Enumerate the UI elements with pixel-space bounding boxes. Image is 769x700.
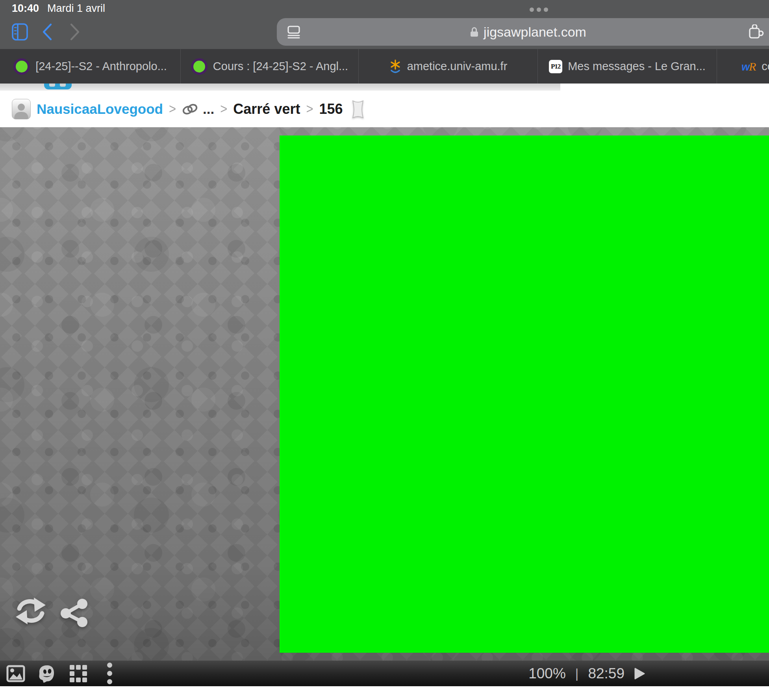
back-chevron-icon bbox=[42, 23, 53, 41]
tab-partial[interactable]: wR co bbox=[717, 49, 769, 84]
puzzle-board[interactable] bbox=[0, 127, 769, 661]
tab-bar: [24-25]--S2 - Anthropolo... Cours : [24-… bbox=[0, 49, 769, 84]
page-settings-button[interactable] bbox=[287, 25, 301, 40]
refresh-icon bbox=[14, 596, 47, 626]
tab-ametice[interactable]: ametice.univ-amu.fr bbox=[359, 49, 538, 84]
link-chain-icon bbox=[182, 103, 198, 115]
cutoff-blue-button[interactable] bbox=[44, 84, 72, 89]
avatar[interactable] bbox=[12, 99, 31, 119]
puzzle-piece-icon bbox=[349, 99, 367, 119]
status-divider: | bbox=[575, 666, 579, 681]
tab-label: Mes messages - Le Gran... bbox=[568, 60, 706, 73]
puzzle-toolbar: 100% | 82:59 bbox=[0, 661, 769, 686]
reader-icon bbox=[287, 25, 301, 39]
breadcrumb-separator: > bbox=[169, 101, 176, 117]
breadcrumb-separator: > bbox=[220, 101, 227, 117]
tab-label: [24-25]--S2 - Anthropolo... bbox=[35, 60, 167, 73]
share-button[interactable] bbox=[59, 598, 89, 629]
clock: 10:40 bbox=[12, 2, 39, 15]
restart-button[interactable] bbox=[14, 596, 47, 628]
arrange-pieces-button[interactable] bbox=[69, 661, 87, 686]
ipad-safari-screen: 10:40 Mardi 1 avril bbox=[0, 0, 769, 700]
tab-cours-anglais[interactable]: Cours : [24-25]-S2 - Angl... bbox=[181, 49, 359, 84]
progress-status: 100% | 82:59 bbox=[528, 661, 645, 686]
green-puzzle-image[interactable] bbox=[280, 136, 769, 653]
grid-icon bbox=[69, 665, 87, 683]
browser-toolbar: jigsawplanet.com bbox=[0, 15, 769, 49]
bottom-white-strip bbox=[0, 686, 769, 700]
wr-favicon-icon: wR bbox=[741, 60, 756, 73]
progress-percent: 100% bbox=[528, 665, 566, 682]
breadcrumb-collapsed-link[interactable]: ... bbox=[203, 101, 214, 117]
url-text: jigsawplanet.com bbox=[484, 24, 586, 40]
tab-label: Cours : [24-25]-S2 - Angl... bbox=[213, 60, 348, 73]
image-icon bbox=[6, 665, 25, 682]
person-icon bbox=[12, 102, 30, 119]
share-icon bbox=[59, 598, 89, 628]
elapsed-time: 82:59 bbox=[588, 665, 624, 682]
forward-chevron-icon bbox=[69, 23, 80, 41]
tab-label: ametice.univ-amu.fr bbox=[407, 60, 508, 73]
ghost-icon bbox=[37, 664, 56, 683]
back-button[interactable] bbox=[39, 15, 56, 49]
breadcrumb-user-link[interactable]: NausicaaLovegood bbox=[37, 101, 163, 117]
status-bar: 10:40 Mardi 1 avril bbox=[0, 0, 769, 15]
ametice-favicon-icon bbox=[389, 59, 402, 74]
breadcrumb-piece-count: 156 bbox=[319, 101, 343, 117]
address-bar[interactable]: jigsawplanet.com bbox=[277, 18, 769, 46]
extensions-button[interactable] bbox=[748, 24, 764, 41]
moodle-favicon-icon bbox=[13, 58, 30, 75]
date: Mardi 1 avril bbox=[47, 2, 105, 15]
breadcrumb-album[interactable]: Carré vert bbox=[233, 101, 300, 117]
moodle-favicon-icon bbox=[191, 58, 208, 75]
lock-icon bbox=[470, 26, 479, 37]
tab-mes-messages[interactable]: P12 Mes messages - Le Gran... bbox=[538, 49, 717, 84]
kebab-icon bbox=[107, 663, 112, 684]
page-top-strip bbox=[0, 84, 769, 91]
sidebar-icon bbox=[11, 22, 29, 41]
play-icon[interactable] bbox=[634, 667, 645, 680]
sidebar-toggle-button[interactable] bbox=[10, 15, 30, 49]
background-image-button[interactable] bbox=[6, 661, 25, 686]
more-options-button[interactable] bbox=[107, 661, 112, 686]
breadcrumb-separator: > bbox=[306, 101, 313, 117]
tab-label: co bbox=[762, 60, 769, 73]
ghost-preview-button[interactable] bbox=[37, 661, 56, 686]
forward-button[interactable] bbox=[66, 15, 83, 49]
tab-anthropologie[interactable]: [24-25]--S2 - Anthropolo... bbox=[0, 49, 181, 84]
p12-favicon-icon: P12 bbox=[549, 60, 562, 73]
multitasking-indicator[interactable] bbox=[530, 7, 548, 12]
breadcrumb: NausicaaLovegood > ... > Carré vert > 15… bbox=[0, 91, 769, 127]
puzzle-extension-icon bbox=[748, 24, 764, 39]
